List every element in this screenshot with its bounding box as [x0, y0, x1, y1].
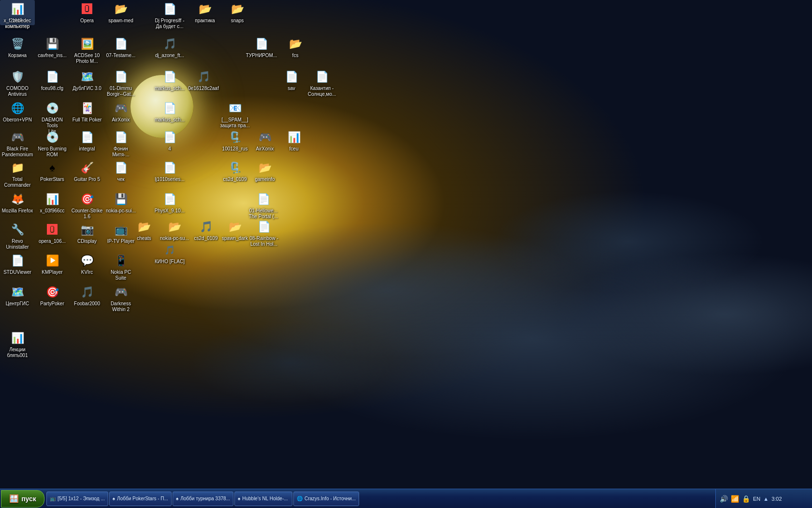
taskbar-tasks: 📺 [5/5] 1x12 - Эпизод ... ♠️ Лобби Poker… [44, 489, 715, 508]
task-label: [5/5] 1x12 - Эпизод ... [58, 496, 105, 501]
icon-counter-strike[interactable]: 🎯 Counter-Strike1.6 [70, 190, 104, 221]
icon-acdsee[interactable]: 🖼️ ACDSee 10Photo M... [70, 35, 104, 66]
icon-zentral-gis[interactable]: 🗺️ ЦентрГИС [0, 283, 35, 308]
icon-comodo[interactable]: 🛡️ COMODOAntivirus [0, 68, 35, 99]
icon-cdisplay[interactable]: 📷 CDisplay [70, 221, 104, 246]
task-icon: ♠️ [238, 496, 240, 501]
task-pokerstars[interactable]: 📺 [5/5] 1x12 - Эпизод ... [46, 492, 108, 506]
icon-opera-106[interactable]: 🅾 opera_106... [35, 221, 70, 246]
icon-integral[interactable]: 📄 integral [70, 128, 104, 153]
icon-praktika[interactable]: 📂 практика [188, 0, 222, 25]
icon-dublgis[interactable]: 🗺️ ДублГИС 3.0 [70, 68, 104, 93]
task-hubbles[interactable]: ♠️ Hubble's NL Holde-... [234, 492, 292, 506]
icon-recycle-bin[interactable]: 🗑️ Корзина [0, 35, 35, 60]
icon-01-dimmu[interactable]: 📄 01-DimmuBorgir--Gat... [103, 68, 138, 99]
tray-icon-extra[interactable]: ▲ [763, 496, 768, 502]
task-icon: ♠️ [176, 496, 178, 501]
icon-mozilla-firefox[interactable]: 🦊 Mozilla Firefox [0, 190, 35, 215]
task-label: Лобби PokerStars - П... [117, 496, 168, 501]
icon-gameinfo[interactable]: 📂 gameinfo [247, 159, 282, 184]
task-lobbii-3378[interactable]: ♠️ Лобби турнира 3378... [173, 492, 233, 506]
tray-volume-icon[interactable]: 📶 [731, 495, 739, 503]
icon-spawn-med[interactable]: 📂 spawn-med [103, 0, 138, 25]
icon-physx[interactable]: 📄 PhysX_9.10... [152, 190, 187, 215]
icon-nokia-pc-sui[interactable]: 💾 nokia-pc-sui... [103, 190, 138, 215]
icon-dj-progresiff[interactable]: 📄 Dj Progresiff -Да будет с... [152, 0, 187, 31]
task-icon: 🌐 [297, 496, 303, 501]
icon-01-hellowe[interactable]: 📄 01-Hellowe...The Portal (... [246, 190, 281, 221]
icon-opera[interactable]: 🅾 Opera [70, 0, 104, 25]
icon-x03f966cc[interactable]: 📊 x_03f966cc [35, 190, 70, 215]
desktop: 💻 Мойкомпьютер 💻 Мойкомпьютер 📊 x_f2zebe… [0, 0, 812, 489]
icon-07-testame[interactable]: 📄 07-Testame... [103, 35, 138, 60]
tray-language[interactable]: EN [753, 496, 760, 502]
icon-kvirc[interactable]: 💬 KVIrc [70, 252, 104, 277]
icon-kino-flac[interactable]: 🎵 КИНО [FLAC] [152, 241, 187, 266]
icon-dj-azone[interactable]: 🎵 dj_azone_ft... [152, 35, 187, 60]
icon-markus-sch1[interactable]: 📄 markus_sch... [152, 68, 187, 93]
task-icon: ♠️ [113, 496, 115, 501]
icon-kmplayer[interactable]: ▶️ KMPlayer [35, 252, 70, 277]
icon-foobar2000[interactable]: 🎵 Foobar2000 [70, 283, 104, 308]
clock[interactable]: 3:02 [771, 496, 782, 502]
icon-markus-sch2[interactable]: 📄 markus_sch... [152, 99, 187, 124]
icon-num4[interactable]: 📄 4 [152, 128, 187, 153]
task-crazys[interactable]: 🌐 Crazys.Info - Источни... [293, 492, 359, 506]
task-label: Лобби турнира 3378... [180, 496, 230, 501]
icon-guitar-pro[interactable]: 🎸 Guitar Pro 5 [70, 159, 104, 184]
icon-pokerstars[interactable]: ♠️ PokerStars [35, 159, 70, 184]
icon-fceu98[interactable]: 📄 fceu98.cfg [35, 68, 70, 93]
icon-oberon-vpn[interactable]: 🌐 Oberon+VPN [0, 99, 35, 124]
icon-airxonix[interactable]: 🎮 AirXonix [103, 99, 138, 124]
icon-cheats[interactable]: 📂 cheats [127, 218, 161, 243]
icon-nokia-pc-su2[interactable]: 📂 nokia-pc-su... [157, 218, 192, 243]
task-lobbii-ps[interactable]: ♠️ Лобби PokerStars - П... [109, 492, 172, 506]
icon-snaps[interactable]: 📂 snaps [220, 0, 255, 25]
start-icon: 🪟 [9, 494, 19, 503]
start-label: пуск [21, 495, 36, 503]
icon-sav[interactable]: 📄 sav [274, 68, 309, 93]
icon-fcs[interactable]: 📂 fcs [278, 35, 313, 60]
icon-partypoker[interactable]: 🎯 PartyPoker [35, 283, 70, 308]
icon-fceu-file[interactable]: 📊 fceu [276, 128, 311, 153]
system-tray: 🔊 📶 🔒 EN ▲ 3:02 [715, 489, 812, 508]
icon-turniri[interactable]: 📄 ТУРНИРОМ... [244, 35, 279, 60]
icon-total-commander[interactable]: 📁 TotalCommander [0, 159, 35, 190]
icon-fonin[interactable]: 📄 ФонинМитя-... [103, 128, 138, 159]
icon-nero-burning[interactable]: 💿 Nero BurningROM [35, 128, 70, 159]
icon-chek[interactable]: 📄 чек [103, 159, 138, 184]
icon-nokia-pc-suite[interactable]: 📱 Nokia PC Suite [103, 252, 138, 283]
icon-black-fire[interactable]: 🎮 Black FirePandemonium [0, 128, 35, 159]
task-label: Crazys.Info - Источни... [304, 496, 356, 501]
icon-x-f2zebedec[interactable]: 📊 x_f2zebedec [0, 0, 35, 25]
tray-icon3[interactable]: 🔒 [742, 495, 750, 503]
icon-kazantip[interactable]: 📄 Казантип -Солнце,мо... [304, 68, 339, 99]
icon-08-rainbow[interactable]: 📄 08-Rainbow -Lost In Hol... [246, 218, 281, 249]
taskbar: 🪟 пуск 📺 [5/5] 1x12 - Эпизод ... ♠️ Лобб… [0, 489, 812, 508]
icon-darkness-within[interactable]: 🎮 DarknessWithin 2 [103, 283, 138, 314]
task-label: Hubble's NL Holde-... [242, 496, 288, 501]
tray-network-icon[interactable]: 🔊 [720, 495, 728, 503]
task-icon: 📺 [50, 496, 56, 501]
icon-lektsii[interactable]: 📊 Лекцииблять001 [0, 329, 35, 360]
icon-lj1010[interactable]: 📄 lj1010series... [152, 159, 187, 184]
start-button[interactable]: 🪟 пуск [1, 490, 44, 508]
icon-stduviewer[interactable]: 📄 STDUViewer [0, 252, 35, 277]
icon-full-tilt[interactable]: 🃏 Full Tilt Poker [70, 99, 104, 124]
icon-spam[interactable]: 📧 [__SPAM__]защита пра... [218, 99, 252, 130]
icon-revo[interactable]: 🔧 RevoUninstaller [0, 221, 35, 252]
icon-cavfree[interactable]: 💾 cavfree_ins... [35, 35, 70, 60]
icon-0e16128c[interactable]: 🎵 0e16128c2aaf [186, 68, 221, 93]
